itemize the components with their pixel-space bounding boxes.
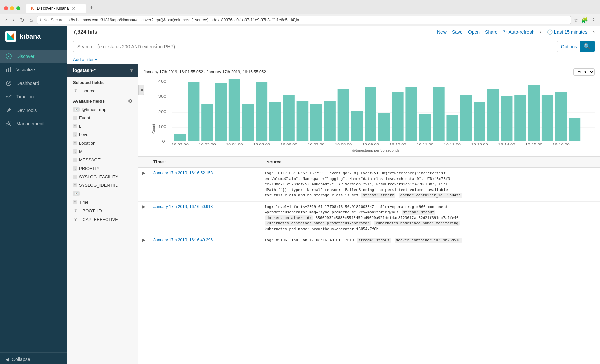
forward-button[interactable]: › [11,16,16,24]
search-icon: 🔍 [584,43,591,49]
app-container: kibana Discover [0,26,600,364]
open-button[interactable]: Open [468,29,480,35]
new-button[interactable]: New [437,29,447,35]
field-item-event[interactable]: t Event [67,114,138,122]
bar-1 [174,134,186,141]
col-source: _source [261,157,600,168]
filter-bar: Add a filter + [67,55,600,64]
bar-17 [392,92,404,141]
interval-select[interactable]: Auto [573,68,595,76]
time-range-label: Last 15 minutes [554,29,588,35]
clock-icon: 🕐 [547,29,553,35]
bookmark-button[interactable]: ☆ [574,17,578,23]
next-time-button[interactable]: › [593,29,595,35]
field-item-location[interactable]: t Location [67,139,138,147]
search-input[interactable] [73,41,558,52]
col-source-label: _source [265,159,282,164]
bar-30 [569,118,581,141]
address-prefix: Not Secure [43,18,63,22]
field-item-message[interactable]: t MESSAGE [67,156,138,164]
add-filter-button[interactable]: Add a filter + [73,57,97,62]
save-button[interactable]: Save [452,29,463,35]
collapse-panel-button[interactable]: ◀ [138,85,144,95]
field-item-timestamp[interactable]: 🕐 @timestamp [67,105,138,114]
bar-5 [229,79,240,141]
y-axis-label: Count [152,80,156,134]
field-item-time[interactable]: t Time [67,198,138,206]
sidebar-item-timelion[interactable]: Timelion [0,90,67,103]
security-icon: ℹ [40,18,41,22]
field-type-t-l: t [73,124,77,128]
home-button[interactable]: ⌂ [28,16,34,24]
field-item-syslog-facility[interactable]: t SYSLOG_FACILITY [67,173,138,181]
field-item-boot-id[interactable]: ? _BOOT_ID [67,206,138,215]
field-name-boot-id: _BOOT_ID [80,208,102,213]
main-content: 7,924 hits New Save Open Share ↻ Auto-re… [67,26,600,364]
field-item-level[interactable]: t Level [67,130,138,139]
browser-tab[interactable]: K Discover - Kibana ✕ [26,4,86,13]
bar-11 [310,104,322,141]
collapse-button[interactable]: ◀ Collapse [5,357,62,362]
bar-21 [446,115,458,141]
source-highlight-namespace: kubernetes.namespace_name: monitoring [374,221,460,226]
auto-refresh-label: Auto-refresh [508,29,534,35]
field-name-cap-effective: _CAP_EFFECTIVE [80,217,118,222]
share-button[interactable]: Share [485,29,497,35]
timelion-icon [5,93,12,100]
selected-field-source[interactable]: ? _source [67,86,138,95]
table-row-2: ▶ January 17th 2019, 16:16:50.918 log: l… [138,201,600,235]
field-item-l[interactable]: t L [67,122,138,130]
field-name-t: T [82,191,84,196]
svg-text:16:13:00: 16:13:00 [471,143,488,146]
source-highlight-docker-2: docker.container_id: [265,215,313,220]
options-button[interactable]: Options [561,44,577,49]
sidebar-item-dashboard[interactable]: Dashboard [0,77,67,90]
field-type-q-boot-id: ? [73,208,78,213]
index-pattern[interactable]: logstash-* ▾ [67,64,138,77]
sidebar-nav: Discover Visualize [0,47,67,352]
sidebar: kibana Discover [0,26,67,364]
content-area: logstash-* ▾ Selected fields ? _source A… [67,64,600,364]
extensions-button[interactable]: 🧩 [581,17,588,23]
search-submit-button[interactable]: 🔍 [580,41,595,52]
auto-refresh-button[interactable]: ↻ Auto-refresh [503,29,534,35]
field-item-syslog-identif[interactable]: t SYSLOG_IDENTIF... [67,181,138,189]
col-time[interactable]: Time ↑ [149,157,261,168]
field-type-t-syslog-facility: t [73,175,77,179]
time-cell-1: January 17th 2019, 16:16:52.158 [149,168,261,201]
sidebar-item-management[interactable]: Management [0,117,67,130]
menu-button[interactable]: ⋮ [591,17,596,23]
expand-row-1-button[interactable]: ▶ [142,171,145,175]
field-type-t-m: t [73,149,77,154]
field-name-level: Level [79,132,89,137]
field-type-t-message: t [73,158,77,162]
back-button[interactable]: ‹ [4,16,8,24]
sidebar-logo: kibana [0,26,67,47]
expand-row-2-button[interactable]: ▶ [142,204,145,209]
tab-close-button[interactable]: ✕ [72,6,76,11]
field-name-syslog-facility: SYSLOG_FACILITY [79,174,118,179]
field-item-t[interactable]: 🕐 T [67,189,138,198]
bar-8 [269,102,281,141]
field-type-t-time: t [73,200,77,204]
field-item-cap-effective[interactable]: ? _CAP_EFFECTIVE [67,215,138,224]
refresh-icon: ↻ [503,29,507,35]
sidebar-item-visualize-label: Visualize [16,67,35,72]
time-range-picker[interactable]: 🕐 Last 15 minutes [547,29,588,35]
chart-svg: 400 300 200 100 0 [157,79,595,146]
sidebar-item-devtools[interactable]: Dev Tools [0,103,67,117]
sidebar-item-visualize[interactable]: Visualize [0,63,67,77]
address-bar[interactable]: ℹ Not Secure | k8s.haimaxy.com:31816/app… [37,16,571,24]
fields-settings-button[interactable]: ⚙ [128,98,133,104]
new-tab-button[interactable]: + [86,3,97,14]
field-item-m[interactable]: t M [67,147,138,156]
field-item-priority[interactable]: t PRIORITY [67,164,138,173]
refresh-button[interactable]: ↻ [19,16,26,24]
sidebar-item-discover[interactable]: Discover [0,50,67,63]
svg-text:16:09:00: 16:09:00 [362,143,379,146]
svg-text:16:14:00: 16:14:00 [498,143,515,146]
tab-title: Discover - Kibana [37,6,69,11]
collapse-label: Collapse [12,357,30,362]
prev-time-button[interactable]: ‹ [540,29,542,35]
expand-row-3-button[interactable]: ▶ [142,238,145,242]
